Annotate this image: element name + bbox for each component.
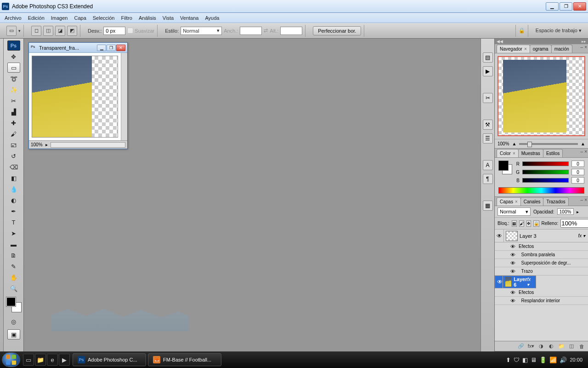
g-input[interactable] (571, 169, 584, 175)
gradient-tool-icon[interactable]: ◧ (7, 173, 20, 183)
zoom-tool-icon[interactable]: 🔍 (7, 283, 20, 293)
doc-scrollbar[interactable] (51, 142, 125, 148)
selmode-sub-icon[interactable]: ◪ (55, 26, 65, 36)
crop-tool-icon[interactable]: ✂ (7, 96, 20, 106)
menu-ayuda[interactable]: Ayuda (205, 15, 219, 21)
menu-archivo[interactable]: Archivo (5, 15, 22, 21)
nav-zoom-slider[interactable] (519, 143, 578, 145)
rtab-6-icon[interactable]: A (483, 160, 493, 170)
doc-minimize-button[interactable]: ▁ (97, 45, 106, 51)
history-brush-icon[interactable]: ↺ (7, 151, 20, 161)
stamp-tool-icon[interactable]: 🖃 (7, 140, 20, 150)
heal-tool-icon[interactable]: ✚ (7, 118, 20, 128)
hand-tool-icon[interactable]: ✋ (7, 272, 20, 282)
navigator-thumbnail[interactable] (498, 56, 585, 136)
lock-transparency-icon[interactable]: ▦ (512, 220, 517, 227)
blur-tool-icon[interactable]: 💧 (7, 184, 20, 194)
fill-input[interactable] (560, 219, 588, 228)
layer-thumb[interactable] (505, 277, 512, 287)
minimize-button[interactable]: ▁ (546, 2, 559, 11)
ql-wmp-icon[interactable]: ▶ (59, 354, 70, 366)
r-input[interactable] (571, 161, 584, 167)
style-select[interactable]: Normal▾ (181, 27, 222, 35)
doc-maximize-button[interactable]: ❐ (107, 45, 116, 51)
fx-badge-icon[interactable]: fx ▾ (527, 277, 534, 287)
shape-tool-icon[interactable]: ▬ (7, 239, 20, 249)
delete-layer-icon[interactable]: 🗑 (578, 344, 585, 349)
new-group-icon[interactable]: 📁 (558, 343, 565, 349)
menu-filtro[interactable]: Filtro (121, 15, 132, 21)
toolbox-grip[interactable] (0, 39, 4, 351)
fx-badge-icon[interactable]: fx ▾ (578, 233, 588, 238)
rtab-4-icon[interactable]: ⚒ (483, 120, 493, 130)
selmode-new-icon[interactable]: ◻ (31, 26, 41, 36)
tray-icon[interactable]: 🛡 (514, 356, 520, 363)
lasso-tool-icon[interactable]: ➰ (7, 74, 20, 84)
layer-thumb[interactable] (506, 231, 518, 241)
rtab-2-icon[interactable]: ▶ (483, 66, 493, 76)
workspace-menu[interactable]: Espacio de trabajo ▾ (536, 28, 582, 34)
selmode-add-icon[interactable]: ◫ (43, 26, 53, 36)
move-tool-icon[interactable]: ✥ (7, 52, 20, 62)
tab-color[interactable]: Color× (497, 149, 519, 157)
zoom-in-icon[interactable]: ▲ (581, 141, 585, 146)
layer-row[interactable]: 👁 Layer 6 fx ▾ (495, 276, 536, 288)
visibility-toggle-icon[interactable]: 👁 (495, 230, 504, 242)
menu-imagen[interactable]: Imagen (51, 15, 68, 21)
nav-zoom-value[interactable]: 100% (498, 141, 509, 146)
path-select-icon[interactable]: ➤ (7, 228, 20, 238)
zoom-out-icon[interactable]: ▲ (512, 141, 517, 146)
color-fg-swatch[interactable] (498, 161, 509, 171)
tray-icon[interactable]: 🔊 (560, 356, 567, 363)
document-canvas[interactable] (29, 53, 127, 140)
screenmode-icon[interactable]: ▣ (7, 329, 20, 339)
new-layer-icon[interactable]: ◫ (568, 343, 575, 349)
tab-navegador[interactable]: Navegador× (497, 45, 530, 53)
add-mask-icon[interactable]: ◑ (537, 343, 545, 349)
task-photoshop[interactable]: PsAdobe Photoshop C... (73, 353, 146, 366)
tray-icon[interactable]: ⬆ (506, 356, 511, 363)
fg-swatch[interactable] (6, 297, 16, 306)
close-button[interactable]: ✕ (573, 2, 586, 11)
canvas-area[interactable]: Ps Transparent_fra... ▁ ❐ ✕ 100% ▸ Ocean… (24, 39, 481, 351)
opacity-input[interactable] (557, 208, 574, 215)
menu-seleccion[interactable]: Selección (93, 15, 115, 21)
clock[interactable]: 20:00 (570, 357, 582, 362)
refine-edge-button[interactable]: Perfeccionar bor. (313, 26, 361, 35)
slice-tool-icon[interactable]: ▟ (7, 107, 20, 117)
pen-tool-icon[interactable]: ✒ (7, 206, 20, 216)
quickmask-icon[interactable]: ◎ (7, 316, 20, 327)
tab-capas[interactable]: Capas× (497, 197, 521, 206)
b-input[interactable] (571, 177, 584, 184)
spectrum-ramp[interactable] (498, 187, 584, 194)
menu-capa[interactable]: Capa (74, 15, 86, 21)
panel-close-icon[interactable]: × (584, 45, 587, 50)
lock-position-icon[interactable]: ✥ (526, 220, 531, 227)
dock-collapse-icon[interactable]: ◀◀ (497, 39, 503, 44)
ql-explorer-icon[interactable]: 📁 (35, 354, 46, 366)
menu-ventana[interactable]: Ventana (180, 15, 198, 21)
tab-canales[interactable]: Canales (520, 197, 544, 206)
panel-min-icon[interactable]: – (581, 45, 583, 50)
doc-info-icon[interactable]: ▸ (45, 142, 48, 147)
layer-row[interactable]: 👁 Layer 3 fx ▾ (495, 230, 588, 242)
tab-informacion[interactable]: mación (551, 45, 572, 53)
task-fmbase[interactable]: 🦊FM-Base // Football... (148, 353, 221, 366)
visibility-toggle-icon[interactable]: 👁 (497, 276, 503, 288)
tab-histograma[interactable]: ograma (530, 45, 552, 53)
tab-muestras[interactable]: Muestras (518, 149, 543, 157)
brush-tool-icon[interactable]: 🖌 (7, 129, 20, 139)
eraser-tool-icon[interactable]: ⌫ (7, 162, 20, 172)
lock-paint-icon[interactable]: 🖌 (519, 220, 524, 227)
menu-analisis[interactable]: Análisis (139, 15, 156, 21)
tray-icon[interactable]: ◧ (522, 356, 528, 363)
color-swatches[interactable] (6, 297, 21, 312)
maximize-button[interactable]: ❐ (560, 2, 572, 11)
tray-icon[interactable]: 🔋 (539, 356, 547, 363)
menu-vista[interactable]: Vista (163, 15, 174, 21)
rtab-1-icon[interactable]: ▤ (483, 52, 493, 63)
menu-edicion[interactable]: Edición (28, 15, 45, 21)
tab-estilos[interactable]: Estilos (543, 149, 563, 157)
ql-ie-icon[interactable]: e (47, 354, 58, 366)
g-slider[interactable] (522, 170, 569, 174)
